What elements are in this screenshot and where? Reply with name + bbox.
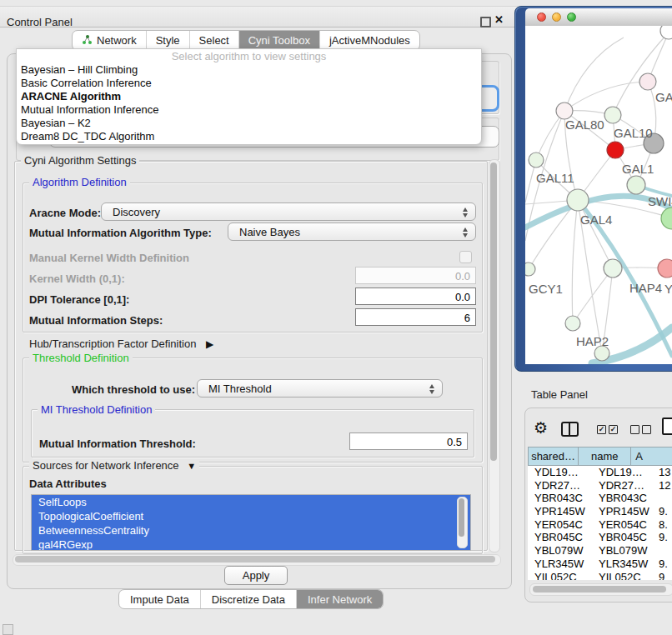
network-node[interactable] (604, 259, 622, 278)
attributes-scrollbar[interactable] (457, 497, 468, 548)
table-row[interactable]: YPR145W YPR145W 9. (528, 505, 672, 518)
cell: YLR345W (528, 558, 589, 571)
network-edge[interactable] (572, 200, 578, 323)
column-header-clipped[interactable]: A (630, 447, 672, 466)
table-row[interactable]: YBL079W YBL079W (528, 544, 672, 558)
tab-jactivemnodules[interactable]: jActiveMNodules (320, 31, 419, 50)
network-edge[interactable] (564, 38, 624, 111)
table-horizontal-scrollbar[interactable] (529, 583, 672, 596)
attribute-item[interactable]: SelfLoops (32, 495, 470, 509)
split-columns-icon[interactable] (561, 422, 579, 437)
table-row[interactable]: YDL19… YDL19… 13 (528, 466, 672, 479)
network-view-canvas[interactable]: GALGAL80GAL10GAL1GAL11SWI4GAL4GCY1HAP4YH… (525, 26, 672, 364)
attribute-item[interactable]: TopologicalCoefficient (32, 509, 470, 523)
network-node[interactable] (604, 107, 621, 123)
zoom-traffic-light-icon[interactable] (567, 12, 576, 22)
network-node-label: HAP2 (576, 334, 609, 348)
unchecked-checkbox-icon[interactable] (630, 425, 639, 434)
network-node[interactable] (658, 259, 672, 278)
network-edge[interactable] (564, 82, 648, 111)
mi-threshold-group-title: MI Threshold Definition (38, 404, 155, 416)
which-threshold-combo[interactable]: MI Threshold (197, 379, 443, 398)
attribute-item[interactable]: BetweennessCentrality (32, 523, 470, 538)
network-node[interactable] (661, 208, 672, 229)
table-row[interactable]: YDR27… YDR27… 12 (528, 479, 672, 492)
network-node[interactable] (525, 262, 535, 276)
network-node[interactable] (627, 176, 645, 194)
apply-button[interactable]: Apply (224, 566, 288, 585)
data-attributes-list: SelfLoops TopologicalCoefficient Between… (31, 494, 471, 551)
cell: 9. (654, 531, 672, 544)
network-node-label: GAL (655, 90, 672, 104)
expander-down-icon: ▼ (187, 460, 196, 472)
dpi-tolerance-field[interactable]: 0.0 (355, 288, 476, 305)
dropdown-item-selected[interactable]: ARACNE Algorithm (17, 90, 481, 103)
settings-vertical-scrollbar[interactable] (489, 159, 500, 552)
tab-network[interactable]: Network (73, 31, 147, 50)
algorithm-dropdown-popup: Select algorithm to view settings Bayesi… (16, 48, 482, 145)
close-icon[interactable]: ✕ (494, 13, 504, 26)
checked-checkbox-icon[interactable]: ✓ (597, 425, 606, 434)
attribute-item[interactable]: gal4RGexp (32, 538, 470, 551)
cell: 9. (654, 558, 672, 571)
manual-kernel-width-label: Manual Kernel Width Definition (29, 252, 189, 264)
minimize-traffic-light-icon[interactable] (552, 12, 561, 22)
gear-icon[interactable]: ⚙ (534, 418, 548, 438)
hub-definition-expander[interactable]: Hub/Transcription Factor Definition ▶ (29, 338, 213, 350)
kernel-width-field[interactable]: 0.0 (355, 267, 476, 284)
table-header-row: shared… name A (528, 447, 672, 466)
network-node[interactable] (639, 73, 656, 90)
network-graph[interactable]: GALGAL80GAL10GAL1GAL11SWI4GAL4GCY1HAP4YH… (525, 26, 672, 364)
network-node[interactable] (607, 142, 624, 158)
tab-infer-network[interactable]: Infer Network (297, 590, 383, 608)
dropdown-item[interactable]: Basic Correlation Inference (17, 77, 481, 90)
aracne-mode-combo[interactable]: Discovery (101, 202, 476, 221)
dropdown-item[interactable]: Bayesian – Hill Climbing (17, 63, 481, 77)
tab-cyni-toolbox[interactable]: Cyni Toolbox (239, 31, 320, 50)
settings-horizontal-scrollbar[interactable] (13, 554, 501, 566)
cell: YBL079W (589, 544, 654, 558)
network-node[interactable] (567, 189, 589, 211)
dropdown-item[interactable]: Mutual Information Inference (17, 103, 481, 117)
checked-checkbox-icon[interactable]: ✓ (609, 425, 618, 434)
tab-impute-data-label: Impute Data (130, 593, 189, 606)
table-row[interactable]: YLR345W YLR345W 9. (528, 558, 672, 571)
network-node[interactable] (529, 152, 544, 168)
column-header-name[interactable]: name (578, 447, 630, 466)
tab-discretize-data[interactable]: Discretize Data (201, 590, 297, 608)
dropdown-item[interactable]: Bayesian – K2 (17, 117, 481, 130)
tab-cyni-toolbox-label: Cyni Toolbox (248, 34, 310, 47)
aracne-mode-label: Aracne Mode: (29, 207, 101, 219)
cell: YDL19… (528, 466, 589, 479)
table-row[interactable]: YBR043C YBR043C (528, 492, 672, 505)
network-node[interactable] (565, 316, 580, 331)
cell: 9 (654, 571, 672, 581)
unchecked-checkbox-icon[interactable] (642, 425, 651, 434)
network-edge[interactable] (529, 200, 578, 269)
mi-algorithm-type-combo[interactable]: Naive Bayes (228, 222, 476, 241)
mi-threshold-field[interactable]: 0.5 (349, 432, 468, 450)
mi-steps-field[interactable]: 6 (355, 308, 476, 326)
network-node-label: Y (664, 282, 672, 296)
resize-grip[interactable] (3, 624, 13, 635)
table-row[interactable]: YIL052C YIL052C 9 (528, 571, 672, 581)
sources-group-title[interactable]: Sources for Network Inference ▼ (29, 460, 199, 472)
network-node[interactable] (556, 102, 573, 119)
close-traffic-light-icon[interactable] (537, 12, 546, 22)
table-row[interactable]: YER054C YER054C 8. (528, 518, 672, 532)
dropdown-item[interactable]: Dream8 DC_TDC Algorithm (17, 130, 481, 143)
cell (654, 544, 672, 558)
tab-select[interactable]: Select (190, 31, 239, 50)
document-icon[interactable] (662, 418, 672, 435)
table-row[interactable]: YBR045C YBR045C 9. (528, 531, 672, 544)
column-header-shared-name[interactable]: shared… (528, 447, 578, 466)
cell: 8. (654, 518, 672, 532)
tab-impute-data[interactable]: Impute Data (119, 590, 201, 608)
tab-style[interactable]: Style (147, 31, 190, 50)
network-node[interactable] (660, 26, 672, 39)
manual-kernel-width-checkbox[interactable] (459, 251, 472, 263)
network-window-titlebar[interactable] (525, 8, 672, 27)
float-window-icon[interactable] (480, 17, 491, 28)
cell: YDR27… (589, 479, 654, 492)
cell: 9. (654, 505, 672, 518)
